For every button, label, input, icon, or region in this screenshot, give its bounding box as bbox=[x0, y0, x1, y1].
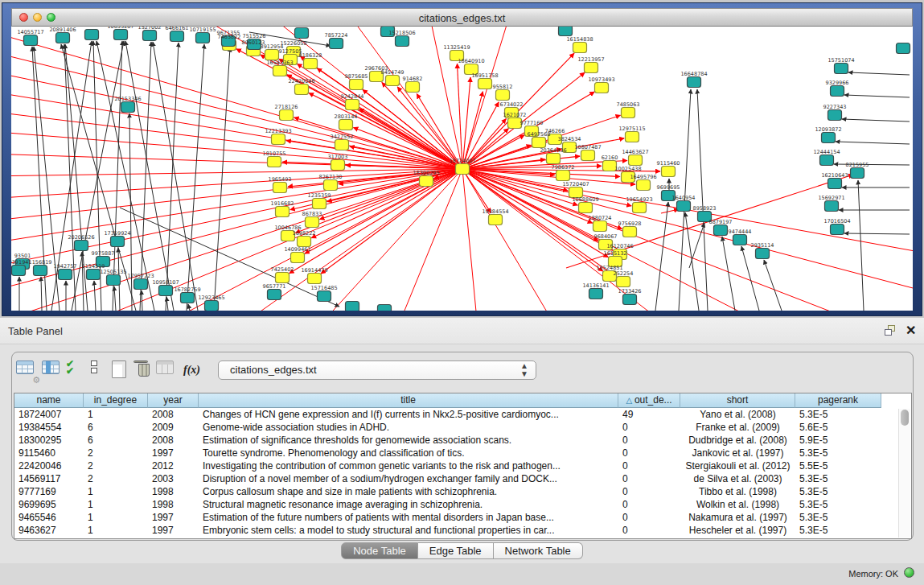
table-cell[interactable]: 2 bbox=[84, 459, 148, 472]
graph-node-15218506[interactable] bbox=[396, 36, 409, 47]
table-row[interactable]: 911546021997Tourette syndrome. Phenomeno… bbox=[14, 447, 911, 459]
graph-node-1640954[interactable] bbox=[677, 201, 691, 212]
graph-node-14463627[interactable] bbox=[629, 155, 643, 166]
graph-node-1916682[interactable] bbox=[276, 207, 290, 217]
graph-node-1698222[interactable] bbox=[298, 237, 311, 247]
tab-network-table[interactable]: Network Table bbox=[494, 542, 583, 559]
table-cell[interactable]: Stergiakouli et al. (2012) bbox=[680, 459, 795, 472]
table-cell[interactable]: 9463627 bbox=[14, 524, 84, 537]
table-cell[interactable]: 9699695 bbox=[14, 498, 84, 511]
table-cell[interactable]: 18724007 bbox=[14, 408, 84, 421]
graph-node-7425402[interactable] bbox=[276, 273, 290, 283]
graph-node-14055717[interactable] bbox=[24, 35, 38, 46]
table-cell[interactable]: 1997 bbox=[148, 524, 199, 537]
graph-node-14099461[interactable] bbox=[291, 253, 305, 263]
graph-node-2803144[interactable] bbox=[339, 120, 353, 130]
table-mode-button[interactable]: ⚙ bbox=[16, 360, 37, 381]
table-cell[interactable]: 0 bbox=[618, 485, 680, 498]
graph-node-1154519[interactable] bbox=[87, 270, 101, 280]
column-header-pagerank[interactable]: pagerank bbox=[795, 393, 881, 408]
graph-node-8215955[interactable] bbox=[851, 168, 864, 179]
graph-node-867833[interactable] bbox=[306, 217, 319, 228]
table-cell[interactable]: 2008 bbox=[148, 408, 199, 421]
graph-node-1810755[interactable] bbox=[268, 157, 281, 167]
network-canvas[interactable]: 1872400718300295193845542242004627181261… bbox=[11, 27, 913, 311]
table-cell[interactable]: Structural magnetic resonance image aver… bbox=[199, 498, 618, 511]
graph-node-1527002[interactable] bbox=[143, 31, 157, 41]
graph-node-17359924[interactable] bbox=[111, 237, 125, 247]
table-cell[interactable]: Yano et al. (2008) bbox=[680, 408, 795, 421]
table-cell[interactable]: 2 bbox=[84, 472, 148, 485]
table-cell[interactable]: 1 bbox=[84, 498, 148, 511]
graph-node-12213393[interactable] bbox=[272, 134, 285, 145]
table-row[interactable]: 969969511998Structural magnetic resonanc… bbox=[14, 498, 911, 511]
graph-node-16951758[interactable] bbox=[478, 79, 492, 89]
table-cell[interactable]: 2009 bbox=[148, 421, 199, 434]
table-cell[interactable]: Changes of HCN gene expression and I(f) … bbox=[199, 408, 618, 421]
table-cell[interactable]: 14569117 bbox=[14, 472, 84, 485]
table-cell[interactable]: 0 bbox=[618, 447, 680, 459]
graph-node-19384554[interactable] bbox=[489, 215, 503, 225]
graph-node-10958107[interactable] bbox=[159, 286, 173, 296]
scrollbar-thumb[interactable] bbox=[901, 410, 909, 426]
graph-node-9115460[interactable] bbox=[662, 167, 676, 177]
tab-node-table[interactable]: Node Table bbox=[341, 542, 418, 559]
graph-node-1965493[interactable] bbox=[273, 183, 287, 193]
table-cell[interactable]: Disruption of a novel member of a sodium… bbox=[199, 472, 618, 485]
tab-edge-table[interactable]: Edge Table bbox=[418, 542, 494, 559]
table-cell[interactable]: Estimation of significance thresholds fo… bbox=[199, 434, 618, 447]
graph-node-7485063[interactable] bbox=[622, 108, 635, 118]
graph-node-2087682[interactable] bbox=[559, 27, 573, 36]
table-cell[interactable]: 1997 bbox=[148, 447, 199, 459]
graph-node-20364436[interactable] bbox=[547, 154, 561, 164]
graph-node-8267130[interactable] bbox=[324, 180, 338, 191]
table-cell[interactable]: 18300295 bbox=[14, 434, 84, 447]
table-header-row[interactable]: namein_degreeyeartitle△ out_de...shortpa… bbox=[14, 393, 911, 408]
function-builder-button[interactable]: f(x) bbox=[183, 364, 204, 385]
table-vertical-scrollbar[interactable] bbox=[898, 409, 910, 538]
table-row[interactable]: 946554611997Estimation of the future num… bbox=[14, 511, 911, 524]
graph-node-2935114[interactable] bbox=[756, 249, 770, 259]
select-all-columns-button[interactable]: ✔✔ bbox=[66, 360, 87, 381]
graph-node-16648784[interactable] bbox=[688, 77, 701, 88]
table-cell[interactable]: 1 bbox=[84, 511, 148, 524]
graph-node-10719155[interactable] bbox=[196, 33, 210, 43]
table-cell[interactable]: 5.3E-5 bbox=[795, 524, 881, 537]
table-cell[interactable]: Tourette syndrome. Phenomenology and cla… bbox=[199, 447, 618, 459]
table-cell[interactable]: 9115460 bbox=[14, 447, 84, 459]
graph-node-unlabeled[interactable] bbox=[897, 43, 910, 54]
graph-node-16495796[interactable] bbox=[637, 180, 651, 191]
table-cell[interactable]: 9465546 bbox=[14, 511, 84, 524]
table-cell[interactable]: Tibbo et al. (1998) bbox=[680, 485, 795, 498]
graph-node-12444154[interactable] bbox=[820, 155, 834, 166]
graph-node-17016504[interactable] bbox=[831, 225, 844, 235]
table-cell[interactable]: 49 bbox=[618, 408, 680, 421]
table-cell[interactable]: de Silva et al. (2003) bbox=[680, 472, 795, 485]
graph-node-19654923[interactable] bbox=[633, 203, 647, 213]
graph-node-9875685[interactable] bbox=[350, 80, 363, 90]
column-header-year[interactable]: year bbox=[148, 393, 199, 408]
table-cell[interactable]: 2 bbox=[84, 447, 148, 459]
table-cell[interactable]: 5.3E-5 bbox=[795, 447, 881, 459]
table-cell[interactable]: 2003 bbox=[148, 472, 199, 485]
graph-node-16543363[interactable] bbox=[273, 66, 287, 76]
graph-node-22420046[interactable] bbox=[295, 84, 309, 95]
table-cell[interactable]: 1 bbox=[84, 408, 148, 421]
table-cell[interactable]: Investigating the contribution of common… bbox=[199, 459, 618, 472]
table-cell[interactable]: Dudbridge et al. (2008) bbox=[680, 434, 795, 447]
graph-node-7857224[interactable] bbox=[330, 39, 343, 49]
graph-node-12923465[interactable] bbox=[205, 301, 219, 311]
network-window-titlebar[interactable]: citations_edges.txt bbox=[11, 8, 913, 27]
table-cell[interactable]: Embryonic stem cells: a model to study s… bbox=[199, 524, 618, 537]
table-cell[interactable]: 5.3E-5 bbox=[795, 485, 881, 498]
graph-node-12505135[interactable] bbox=[107, 275, 121, 286]
table-row[interactable]: 1456911722003Disruption of a novel membe… bbox=[14, 472, 911, 485]
table-cell[interactable]: Estimation of the future numbers of pati… bbox=[199, 511, 618, 524]
graph-node-1156819[interactable] bbox=[34, 266, 47, 276]
table-row[interactable]: 1938455462009Genome-wide association stu… bbox=[14, 421, 911, 434]
graph-node-9657771[interactable] bbox=[268, 290, 281, 300]
table-cell[interactable]: 19384554 bbox=[14, 421, 84, 434]
table-cell[interactable]: Nakamura et al. (1997) bbox=[680, 511, 795, 524]
graph-node-unlabeled[interactable] bbox=[378, 305, 392, 311]
graph-node-unlabeled[interactable] bbox=[346, 302, 359, 311]
